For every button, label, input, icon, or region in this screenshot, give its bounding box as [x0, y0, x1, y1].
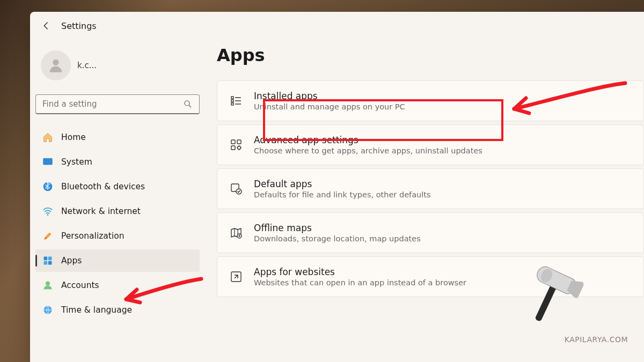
page-title: Apps	[217, 45, 644, 65]
nav-label: Network & internet	[61, 206, 141, 216]
svg-rect-19	[231, 140, 235, 144]
card-installed-apps[interactable]: Installed apps Uninstall and manage apps…	[217, 80, 644, 121]
window-title: Settings	[61, 21, 97, 31]
arrow-left-icon	[41, 21, 51, 31]
card-advanced-app-settings[interactable]: Advanced app settings Choose where to ge…	[217, 124, 644, 165]
sidebar: k.c... Home System Bluetooth & devices	[30, 35, 207, 362]
svg-point-1	[185, 101, 189, 106]
sidebar-item-home[interactable]: Home	[35, 126, 200, 149]
card-default-apps[interactable]: Default apps Defaults for file and link …	[217, 168, 644, 209]
account-email: k.c...	[77, 61, 97, 70]
svg-point-6	[47, 214, 49, 216]
svg-rect-21	[231, 146, 235, 150]
svg-point-0	[53, 60, 58, 65]
installed-apps-icon	[229, 94, 243, 108]
svg-rect-13	[231, 97, 233, 99]
svg-rect-7	[44, 257, 48, 261]
nav-label: Bluetooth & devices	[61, 182, 145, 191]
card-title: Offline maps	[254, 223, 421, 233]
card-subtitle: Choose where to get apps, archive apps, …	[254, 146, 482, 155]
advanced-icon	[229, 138, 243, 152]
search-field[interactable]	[42, 99, 183, 109]
accounts-icon	[42, 279, 54, 291]
svg-line-2	[189, 105, 191, 107]
sidebar-item-network[interactable]: Network & internet	[35, 200, 200, 223]
svg-rect-10	[48, 261, 52, 265]
back-button[interactable]	[41, 20, 52, 31]
svg-rect-3	[43, 158, 53, 165]
card-title: Apps for websites	[254, 267, 466, 277]
apps-websites-icon	[229, 270, 243, 284]
home-icon	[42, 131, 54, 143]
time-language-icon	[42, 304, 54, 316]
avatar	[41, 50, 71, 80]
sidebar-item-bluetooth[interactable]: Bluetooth & devices	[35, 175, 200, 198]
network-icon	[42, 205, 54, 217]
nav-label: Time & language	[61, 305, 132, 315]
card-title: Installed apps	[254, 91, 405, 101]
nav-label: Apps	[61, 256, 82, 265]
user-icon	[47, 56, 65, 75]
account-block[interactable]: k.c...	[35, 41, 200, 94]
svg-rect-8	[48, 257, 52, 261]
card-subtitle: Websites that can open in an app instead…	[254, 278, 466, 287]
sidebar-item-personalization[interactable]: Personalization	[35, 225, 200, 247]
default-apps-icon	[229, 182, 243, 196]
card-title: Advanced app settings	[254, 135, 482, 145]
system-icon	[42, 156, 54, 168]
titlebar: Settings	[30, 12, 644, 35]
card-subtitle: Uninstall and manage apps on your PC	[254, 102, 405, 111]
bluetooth-icon	[42, 181, 54, 193]
card-title: Default apps	[254, 179, 431, 189]
apps-icon	[42, 255, 54, 267]
hammer-icon	[510, 255, 591, 336]
sidebar-item-time-language[interactable]: Time & language	[35, 299, 200, 321]
sidebar-item-accounts[interactable]: Accounts	[35, 274, 200, 297]
nav-label: Personalization	[61, 231, 125, 241]
nav-label: Accounts	[61, 280, 99, 290]
svg-rect-9	[44, 261, 48, 265]
search-icon	[183, 99, 193, 109]
sidebar-item-apps[interactable]: Apps	[35, 249, 200, 272]
nav-label: System	[61, 157, 92, 167]
card-offline-maps[interactable]: Offline maps Downloads, storage location…	[217, 212, 644, 253]
svg-point-22	[238, 146, 241, 150]
nav-list: Home System Bluetooth & devices Network …	[35, 126, 200, 321]
offline-maps-icon	[229, 226, 243, 240]
svg-rect-14	[231, 100, 233, 102]
card-subtitle: Defaults for file and link types, other …	[254, 190, 431, 199]
watermark-text: KAPILARYA.COM	[565, 335, 628, 344]
search-input[interactable]	[35, 94, 200, 114]
sidebar-item-system[interactable]: System	[35, 151, 200, 173]
nav-label: Home	[61, 132, 86, 142]
svg-point-5	[43, 182, 53, 191]
personalization-icon	[42, 230, 54, 242]
card-subtitle: Downloads, storage location, map updates	[254, 234, 421, 243]
svg-point-11	[46, 282, 50, 286]
svg-rect-15	[231, 103, 233, 105]
svg-rect-20	[237, 140, 241, 144]
